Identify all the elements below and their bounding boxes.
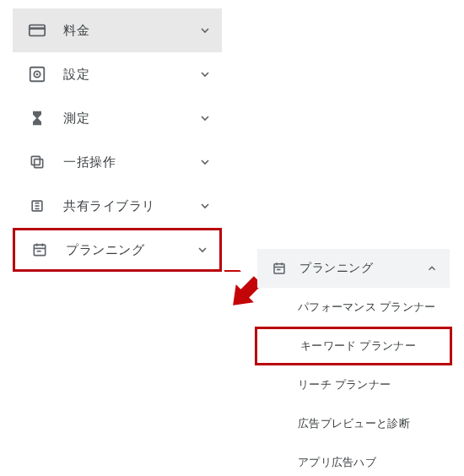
chevron-down-icon: [198, 155, 212, 169]
nav-item-shared-library[interactable]: 共有ライブラリ: [13, 184, 222, 228]
gear-icon: [28, 65, 46, 84]
left-nav: 料金 設定 測定 一括操作 共有ライブラ: [13, 8, 222, 272]
submenu-item-reach-planner[interactable]: リーチ プランナー: [257, 365, 450, 404]
nav-item-label: 一括操作: [63, 154, 198, 170]
nav-item-settings[interactable]: 設定: [13, 52, 222, 96]
svg-point-4: [36, 73, 39, 76]
library-icon: [28, 197, 46, 215]
submenu-item-label: 広告プレビューと診断: [298, 416, 410, 431]
calendar-icon: [271, 260, 288, 277]
nav-item-label: プランニング: [66, 242, 196, 258]
nav-item-measure[interactable]: 測定: [13, 96, 222, 140]
svg-rect-23: [274, 264, 284, 273]
submenu-item-performance-planner[interactable]: パフォーマンス プランナー: [257, 288, 450, 327]
submenu-item-label: キーワード プランナー: [300, 338, 416, 354]
submenu-item-label: リーチ プランナー: [298, 377, 391, 392]
submenu-item-keyword-planner[interactable]: キーワード プランナー: [255, 327, 452, 365]
nav-item-label: 設定: [63, 67, 198, 83]
chevron-down-icon: [198, 111, 212, 125]
svg-rect-11: [34, 245, 45, 256]
nav-item-planning[interactable]: プランニング: [13, 228, 222, 272]
right-panel-header[interactable]: プランニング: [257, 249, 450, 288]
nav-item-label: 料金: [63, 23, 198, 39]
chevron-down-icon: [198, 68, 212, 81]
right-panel: プランニング パフォーマンス プランナー キーワード プランナー リーチ プラン…: [257, 249, 450, 476]
submenu-item-ad-preview[interactable]: 広告プレビューと診断: [257, 404, 450, 443]
svg-rect-1: [30, 27, 45, 30]
hourglass-icon: [28, 109, 46, 127]
svg-rect-0: [30, 25, 45, 36]
chevron-down-icon: [198, 24, 212, 37]
submenu-item-label: パフォーマンス プランナー: [298, 300, 436, 315]
svg-rect-5: [35, 160, 43, 168]
submenu-item-label: アプリ広告ハブ: [298, 455, 376, 470]
chevron-down-icon: [196, 243, 209, 257]
nav-item-label: 測定: [63, 111, 198, 127]
nav-item-bulk[interactable]: 一括操作: [13, 140, 222, 184]
chevron-up-icon: [426, 262, 438, 274]
chevron-down-icon: [198, 199, 212, 213]
right-panel-header-label: プランニング: [299, 261, 426, 276]
svg-rect-6: [31, 156, 40, 165]
nav-item-label: 共有ライブラリ: [63, 198, 198, 214]
nav-item-billing[interactable]: 料金: [13, 8, 222, 52]
credit-card-icon: [28, 21, 46, 40]
copy-icon: [28, 153, 46, 171]
calendar-icon: [30, 241, 49, 259]
submenu-item-app-ad-hub[interactable]: アプリ広告ハブ: [257, 443, 450, 476]
